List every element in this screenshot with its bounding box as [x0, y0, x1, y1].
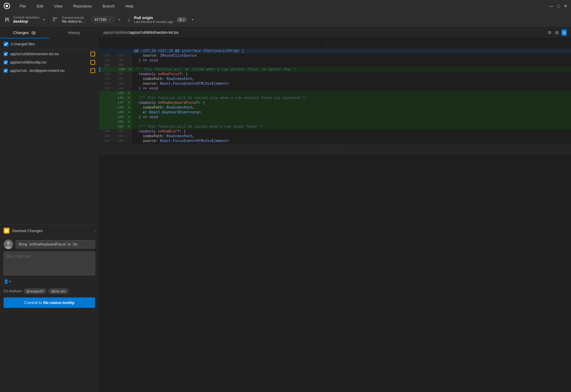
- close-button[interactable]: ✕: [564, 4, 567, 8]
- branch-label: Current branch: [62, 16, 86, 19]
- file-checkbox-1[interactable]: [4, 60, 8, 64]
- stash-icon: [4, 228, 10, 234]
- nav-down-ellipsis: · · · ·↓: [325, 145, 345, 154]
- svg-rect-2: [5, 18, 6, 22]
- branch-dropdown-arrow[interactable]: ▾: [119, 18, 120, 21]
- minimize-button[interactable]: —: [550, 4, 553, 8]
- menu-repository[interactable]: Repository: [71, 3, 94, 10]
- description-input[interactable]: [4, 251, 95, 275]
- menu-view[interactable]: View: [52, 3, 65, 10]
- current-branch-section[interactable]: Current branch file-status-too... #17192…: [49, 12, 124, 27]
- repo-info: Current repository desktop: [13, 16, 39, 24]
- menu-branch[interactable]: Branch: [100, 3, 117, 10]
- repo-dropdown-arrow[interactable]: ▾: [44, 18, 45, 21]
- menu-help[interactable]: Help: [123, 3, 136, 10]
- side-by-side-button[interactable]: ⧉: [561, 29, 567, 36]
- select-all-checkbox[interactable]: [4, 42, 8, 47]
- sidebar: Changes 3 History 3 changed files app\sr…: [0, 27, 99, 392]
- settings-button[interactable]: ⚙: [547, 29, 553, 36]
- file-checkbox-0[interactable]: [4, 52, 8, 56]
- diff-line-145: 145 +: [99, 91, 571, 96]
- commit-section: 👤+ Co-Authors @sergiou87 @tidy-dev Commi…: [0, 237, 99, 392]
- diff-line-152: 152 + /** This function will be called w…: [99, 124, 571, 129]
- diff-line-138: 138 138 ) => void: [99, 58, 571, 63]
- pull-info: Pull origin Last fetched 8 minutes ago: [134, 16, 173, 24]
- file-checkbox-2[interactable]: [4, 69, 8, 73]
- editor-header: app\src\ui\lib\list\app\src\ui\lib\list\…: [99, 27, 571, 38]
- stash-label: Stashed Changes: [12, 229, 92, 233]
- diff-line-137: 137 137 source: IMouseClickSource: [99, 53, 571, 58]
- coauthor-icon: 👤+: [4, 279, 11, 284]
- diff-line-145-154: 145 154 indexPath: RowIndexPath,: [99, 134, 571, 139]
- nav-down-row[interactable]: · · · ·↓: [99, 144, 571, 155]
- file-badge-1: [90, 60, 95, 65]
- svg-rect-4: [8, 18, 9, 22]
- diff-line-150: 150 + ) => void: [99, 115, 571, 120]
- pull-dropdown-arrow[interactable]: ▾: [192, 18, 193, 21]
- commit-input-row: [4, 240, 95, 249]
- file-badge-0: [90, 52, 95, 56]
- commit-button[interactable]: Commit to file-status-tooltip: [4, 297, 95, 308]
- tab-history[interactable]: History: [50, 27, 99, 38]
- svg-point-5: [53, 17, 54, 18]
- coauthor-tag-0[interactable]: @sergiou87: [24, 288, 47, 294]
- diff-line-146: 146 + /** This function will be called o…: [99, 96, 571, 101]
- svg-point-6: [53, 20, 54, 21]
- file-item-2[interactable]: app\src\ui\...\tooltipped-content.tsx: [0, 67, 99, 75]
- svg-point-12: [7, 241, 10, 245]
- svg-rect-10: [5, 232, 8, 232]
- stash-expand-arrow[interactable]: ›: [94, 229, 95, 233]
- pull-count-badge: 3 ↓: [177, 17, 186, 22]
- main-layout: Changes 3 History 3 changed files app\sr…: [0, 27, 571, 392]
- diff-line-151: 151 +: [99, 120, 571, 124]
- pull-count-icon: ↓: [182, 18, 184, 21]
- diff-hunk-header: @@ -137,10 +137,19 @@ interface ISection…: [99, 49, 571, 53]
- branch-badge-number: #17192: [95, 18, 107, 22]
- changes-badge: 3: [31, 31, 36, 35]
- file-item-0[interactable]: app\src\ui\lib\list\section-list.tsx: [0, 50, 99, 58]
- file-list: app\src\ui\lib\list\section-list.tsx app…: [0, 50, 99, 75]
- svg-rect-8: [5, 229, 8, 230]
- pull-origin-section[interactable]: ↓ Pull origin Last fetched 8 minutes ago…: [124, 12, 571, 27]
- stashed-changes-section[interactable]: Stashed Changes ›: [0, 224, 99, 237]
- toolbar: Current repository desktop ▾ Current bra…: [0, 12, 571, 27]
- commit-message-input[interactable]: [16, 240, 95, 249]
- diff-line-141-142: 141 142 indexPath: RowIndexPath,: [99, 77, 571, 81]
- file-item-1[interactable]: app\src\ui\lib\tooltip.tsx: [0, 58, 99, 67]
- badge-check-icon: ✓: [108, 18, 111, 22]
- commit-btn-branch: file-status-tooltip: [43, 300, 74, 305]
- tab-changes[interactable]: Changes 3: [0, 27, 50, 38]
- maximize-button[interactable]: □: [557, 4, 560, 8]
- coauthors-label: Co-Authors: [4, 289, 22, 293]
- branch-badge[interactable]: #17192 ✓: [91, 17, 115, 23]
- window-controls: — □ ✕: [550, 4, 567, 8]
- diff-line-143-144: 143 144 ) => void: [99, 86, 571, 91]
- file-path: app\src\ui\lib\list\app\src\ui\lib\list\…: [103, 30, 179, 35]
- diff-container[interactable]: · · · ·↑ @@ -137,10 +137,19 @@ interface…: [99, 38, 571, 392]
- svg-rect-9: [5, 231, 8, 232]
- diff-line-140-141: 140 141 readonly onRowFocus?: (: [99, 72, 571, 77]
- coauthors-tags-row: Co-Authors @sergiou87 @tidy-dev: [4, 287, 95, 295]
- diff-line-144-153: 144 153 readonly onRowBlur?: (: [99, 129, 571, 134]
- commit-btn-prefix: Commit to: [24, 300, 43, 305]
- expand-button[interactable]: ⊞: [554, 29, 560, 36]
- editor-controls: ⚙ ⊞ ⧉: [547, 29, 567, 36]
- menu-edit[interactable]: Edit: [34, 3, 46, 10]
- editor: app\src\ui\lib\list\app\src\ui\lib\list\…: [99, 27, 571, 392]
- repo-name: desktop: [13, 19, 39, 24]
- app-logo: [4, 3, 10, 9]
- changed-files-header: 3 changed files: [0, 39, 99, 50]
- branch-icon: [53, 17, 57, 22]
- current-repo-section[interactable]: Current repository desktop ▾: [0, 12, 49, 27]
- coauthors-row: 👤+: [4, 278, 95, 285]
- branch-name: file-status-too...: [62, 19, 86, 24]
- nav-up-row[interactable]: · · · ·↑: [99, 38, 571, 49]
- svg-rect-3: [7, 18, 8, 21]
- file-name-2: app\src\ui\...\tooltipped-content.tsx: [10, 69, 88, 73]
- diff-line-146-155: 146 155 source: React.FocusEvent<HTMLDiv…: [99, 139, 571, 143]
- diff-line-149: 149 + e: React.KeyboardEvent<any>: [99, 110, 571, 115]
- coauthor-tag-1[interactable]: @tidy-dev: [48, 288, 69, 294]
- branch-info: Current branch file-status-too...: [62, 16, 86, 24]
- changed-files-count: 3 changed files: [11, 42, 35, 46]
- menu-file[interactable]: File: [17, 3, 28, 10]
